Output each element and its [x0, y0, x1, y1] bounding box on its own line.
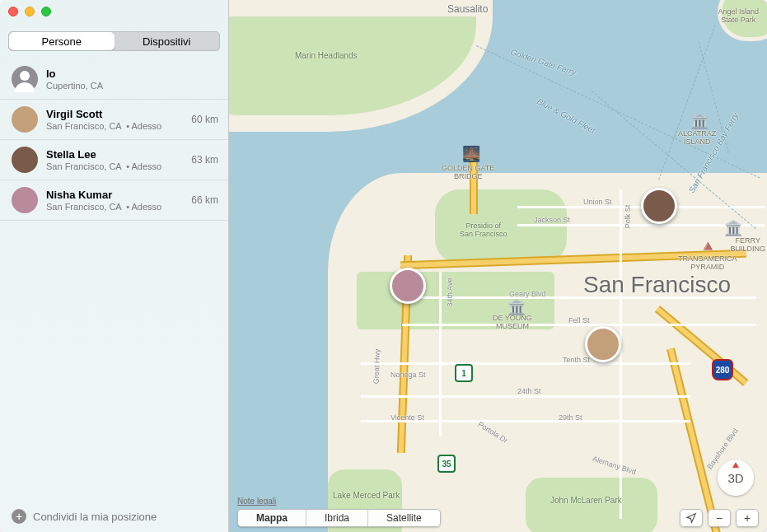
avatar — [12, 187, 38, 213]
list-item[interactable]: Nisha Kumar San Francisco, CA • Adesso 6… — [0, 180, 228, 221]
map-city-label: San Francisco — [583, 272, 731, 298]
landmark-icon: 🏛️ — [690, 112, 709, 130]
route-shield: 35 — [437, 455, 456, 473]
bridge-icon: 🌉 — [462, 145, 480, 163]
avatar — [12, 106, 38, 133]
list-item[interactable]: Stella Lee San Francisco, CA • Adesso 63… — [0, 140, 228, 180]
map-label-marin: Marin Headlands — [295, 51, 358, 60]
plus-circle-icon: + — [12, 509, 26, 524]
street-label: Tenth St — [563, 356, 590, 364]
map-label-ferry-building: FERRY BUILDING — [730, 237, 765, 254]
map-person-marker[interactable] — [641, 188, 677, 224]
map-label-lake-merced: Lake Merced Park — [333, 491, 400, 500]
tab-devices[interactable]: Dispositivi — [115, 32, 220, 50]
close-icon[interactable] — [8, 7, 18, 16]
locate-me-button[interactable] — [680, 509, 703, 527]
person-distance: 66 km — [191, 194, 218, 206]
map-person-marker[interactable] — [390, 268, 426, 304]
sidebar: Persone Dispositivi Io Cupertino, CA Vir… — [0, 0, 229, 532]
map-person-marker[interactable] — [585, 326, 621, 362]
map-label-bluegold: Blue & Gold Fleet — [535, 96, 596, 135]
street-label: Jackson St — [534, 216, 570, 224]
street-label: 34th Ave — [446, 278, 454, 307]
minimize-icon[interactable] — [25, 7, 35, 16]
map-label-alcatraz: ALCATRAZ ISLAND — [678, 130, 716, 147]
window-controls — [8, 7, 51, 16]
map-bottom-bar: Mappa Ibrida Satellite − + — [237, 509, 759, 527]
person-name: Virgil Scott — [46, 108, 183, 120]
person-location: San Francisco, CA • Adesso — [46, 202, 183, 212]
zoom-out-button[interactable]: − — [708, 509, 731, 527]
street-label: Union St — [583, 198, 612, 206]
share-location-label: Condividi la mia posizione — [33, 511, 157, 523]
zoom-in-button[interactable]: + — [736, 509, 759, 527]
route-shield: 1 — [455, 364, 473, 382]
list-item[interactable]: Virgil Scott San Francisco, CA • Adesso … — [0, 100, 228, 140]
list-item[interactable]: Io Cupertino, CA — [0, 59, 228, 100]
map-label-angel-island: Angel Island State Park — [718, 8, 759, 25]
street-label: Great Hwy — [372, 349, 381, 385]
street-label: Polk St — [624, 205, 632, 229]
map-mode-standard[interactable]: Mappa — [238, 510, 306, 526]
map-mode-hybrid[interactable]: Ibrida — [306, 510, 368, 526]
map-label-transamerica: TRANSAMERICA PYRAMID — [678, 255, 737, 272]
people-list: Io Cupertino, CA Virgil Scott San Franci… — [0, 59, 228, 501]
map-label-mclaren: John McLaren Park — [550, 496, 622, 505]
map-view[interactable]: Sausalito Angel Island State Park Marin … — [229, 0, 767, 532]
landmark-icon: 🔺 — [699, 237, 717, 255]
compass-label: 3D — [727, 471, 743, 485]
landmark-icon: 🏛️ — [724, 219, 742, 237]
street-label: Fell St — [568, 316, 590, 324]
map-label-sausalito: Sausalito — [447, 3, 488, 15]
map-label-presidio: Presidio of San Francisco — [460, 222, 507, 239]
segmented-control: Persone Dispositivi — [8, 31, 220, 51]
compass-3d-button[interactable]: 3D — [718, 460, 754, 496]
landmark-icon: 🏛️ — [507, 298, 526, 316]
person-location: San Francisco, CA • Adesso — [46, 121, 183, 131]
person-name: Stella Lee — [46, 148, 183, 161]
legal-link[interactable]: Note legali — [237, 497, 276, 506]
location-arrow-icon — [685, 512, 697, 524]
svg-point-0 — [20, 71, 30, 81]
person-location: Cupertino, CA — [46, 81, 218, 91]
street-label: Noriega St — [391, 371, 426, 379]
tab-people[interactable]: Persone — [9, 32, 115, 50]
share-location-button[interactable]: + Condividi la mia posizione — [0, 501, 228, 532]
map-mode-segment: Mappa Ibrida Satellite — [237, 509, 441, 527]
person-distance: 60 km — [191, 114, 218, 125]
map-mode-satellite[interactable]: Satellite — [368, 510, 440, 526]
map-label-deyoung: DE YOUNG MUSEUM — [493, 315, 532, 331]
route-shield: 280 — [712, 359, 733, 380]
person-distance: 63 km — [191, 154, 218, 166]
street-label: 24th St — [517, 387, 541, 395]
map-label-gg-bridge: GOLDEN GATE BRIDGE — [442, 165, 494, 181]
map-label-gg-ferry: Golden Gate Ferry — [509, 47, 577, 77]
person-name: Io — [46, 68, 218, 80]
avatar — [12, 66, 38, 92]
person-name: Nisha Kumar — [46, 189, 183, 201]
street-label: 29th St — [559, 413, 582, 422]
street-label: Vicente St — [391, 413, 424, 422]
street-label: Geary Blvd — [509, 290, 546, 298]
avatar — [12, 147, 38, 173]
person-location: San Francisco, CA • Adesso — [46, 161, 183, 171]
maximize-icon[interactable] — [41, 7, 51, 16]
